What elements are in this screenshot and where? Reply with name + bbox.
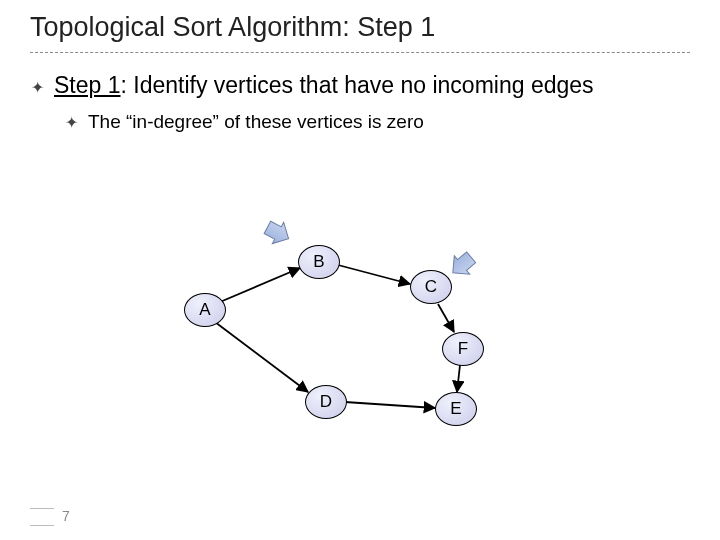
pointer-arrow-to-c [445,248,479,282]
page-decoration-icon [30,508,54,526]
bullet-glyph-icon: ✦ [64,113,78,132]
step-desc: : Identify vertices that have no incomin… [121,72,594,98]
step-label: Step 1 [54,72,121,98]
graph-node-a: A [184,293,226,327]
bullet-l2-text: The “in-degree” of these vertices is zer… [88,111,424,133]
page-number: 7 [62,508,70,524]
edge-a-b [220,268,300,302]
edge-f-e [457,365,460,392]
graph-node-c: C [410,270,452,304]
edge-a-d [215,322,308,392]
bullet-l1-text: Step 1: Identify vertices that have no i… [54,72,594,99]
edge-d-e [345,402,435,408]
bullet-level-1: ✦ Step 1: Identify vertices that have no… [30,72,690,133]
graph-node-e: E [435,392,477,426]
graph-node-d: D [305,385,347,419]
edge-b-c [338,265,410,284]
graph-node-f: F [442,332,484,366]
slide-title: Topological Sort Algorithm: Step 1 [30,12,435,43]
graph-diagram: A B C D E F [160,210,520,450]
bullet-glyph-icon: ✦ [30,78,44,97]
pointer-arrow-to-b [262,217,294,249]
edge-c-f [438,304,454,332]
graph-node-b: B [298,245,340,279]
title-separator [30,52,690,53]
